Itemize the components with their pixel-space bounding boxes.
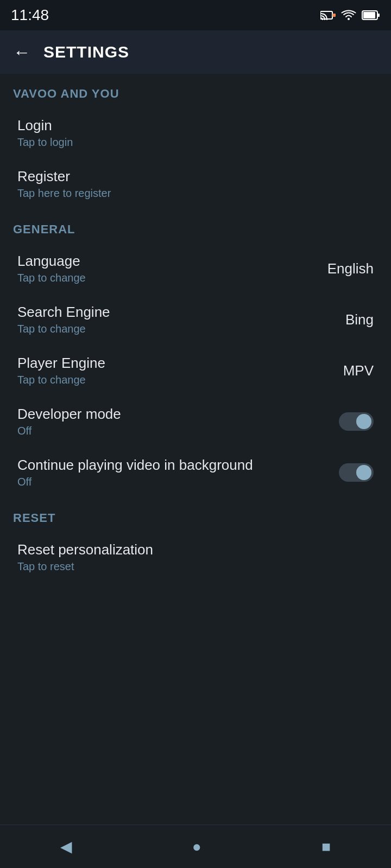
setting-item-reset-personalization[interactable]: Reset personalization Tap to reset [0, 532, 391, 583]
nav-bar: ◀ ● ■ [0, 825, 391, 868]
player-engine-value: MPV [343, 362, 374, 379]
section-header-vavoo: VAVOO AND YOU [0, 74, 391, 107]
setting-item-player-engine[interactable]: Player Engine Tap to change MPV [0, 345, 391, 396]
section-header-reset: RESET [0, 498, 391, 532]
continue-playing-toggle[interactable] [339, 463, 374, 482]
setting-item-continue-playing[interactable]: Continue playing video in background Off [0, 447, 391, 498]
developer-mode-label: Developer mode [17, 406, 121, 423]
developer-mode-toggle[interactable] [339, 412, 374, 431]
language-value: English [327, 260, 374, 277]
player-engine-label: Player Engine [17, 355, 105, 372]
svg-rect-1 [332, 14, 336, 17]
search-engine-label: Search Engine [17, 304, 110, 321]
nav-home-button[interactable]: ● [171, 832, 223, 862]
reset-personalization-sublabel: Tap to reset [17, 560, 153, 573]
setting-item-search-engine[interactable]: Search Engine Tap to change Bing [0, 294, 391, 345]
continue-playing-label: Continue playing video in background [17, 457, 328, 474]
register-label: Register [17, 168, 111, 185]
setting-item-login[interactable]: Login Tap to login [0, 107, 391, 158]
developer-mode-toggle-thumb [356, 414, 371, 429]
page-title: SETTINGS [43, 43, 129, 61]
search-engine-value: Bing [345, 311, 374, 328]
setting-item-register[interactable]: Register Tap here to register [0, 158, 391, 209]
language-label: Language [17, 253, 86, 270]
back-button[interactable]: ← [13, 42, 30, 62]
login-label: Login [17, 117, 73, 134]
svg-point-2 [348, 18, 350, 20]
setting-item-language[interactable]: Language Tap to change English [0, 243, 391, 294]
cast-icon [320, 9, 336, 21]
svg-rect-4 [363, 12, 375, 18]
settings-content: VAVOO AND YOU Login Tap to login Registe… [0, 74, 391, 825]
developer-mode-sublabel: Off [17, 425, 121, 437]
login-sublabel: Tap to login [17, 136, 73, 149]
continue-playing-toggle-thumb [356, 465, 371, 480]
status-bar: 11:48 [0, 0, 391, 30]
search-engine-sublabel: Tap to change [17, 323, 110, 335]
nav-recent-button[interactable]: ■ [300, 832, 352, 862]
register-sublabel: Tap here to register [17, 187, 111, 200]
reset-personalization-label: Reset personalization [17, 541, 153, 558]
wifi-icon [341, 9, 356, 21]
continue-playing-sublabel: Off [17, 476, 328, 488]
svg-rect-5 [377, 14, 380, 17]
section-header-general: GENERAL [0, 209, 391, 243]
setting-item-developer-mode[interactable]: Developer mode Off [0, 396, 391, 447]
nav-back-button[interactable]: ◀ [39, 831, 94, 862]
player-engine-sublabel: Tap to change [17, 374, 105, 386]
status-icons [320, 9, 380, 21]
toolbar: ← SETTINGS [0, 30, 391, 74]
battery-icon [362, 9, 380, 21]
status-time: 11:48 [11, 7, 49, 24]
language-sublabel: Tap to change [17, 272, 86, 284]
